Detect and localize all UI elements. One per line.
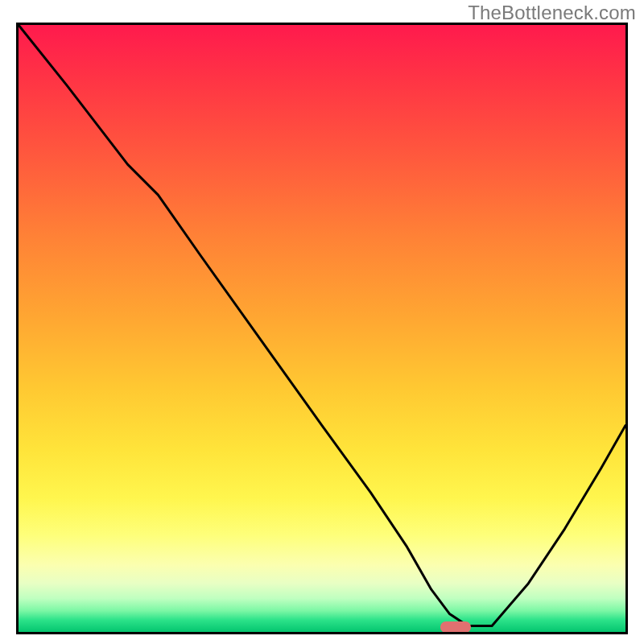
curve-path bbox=[19, 25, 625, 626]
plot-area bbox=[16, 23, 628, 634]
chart-frame: TheBottleneck.com bbox=[0, 0, 644, 644]
optimal-marker bbox=[440, 621, 471, 633]
watermark-text: TheBottleneck.com bbox=[468, 2, 636, 24]
bottleneck-curve bbox=[19, 25, 625, 632]
